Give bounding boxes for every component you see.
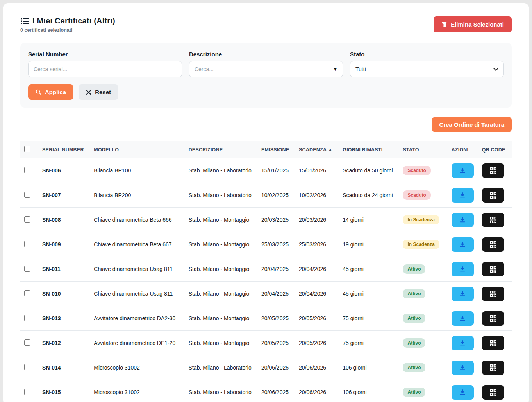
model-cell: Chiave dinamometrica Beta 667 <box>90 232 184 257</box>
download-icon <box>459 266 466 272</box>
serial-filter-field: Serial Number <box>28 51 182 77</box>
apply-filter-button[interactable]: Applica <box>28 84 73 100</box>
serial-cell: SN-007 <box>38 183 90 208</box>
emission-date-cell: 20/03/2025 <box>257 208 295 232</box>
page-title: I Miei Certificati (Altri) <box>32 16 115 25</box>
table-row: SN-013Avvitatore dinamometrico DA2-30Sta… <box>20 306 512 331</box>
model-cell: Microscopio 31002 <box>90 355 184 380</box>
column-header[interactable]: QR CODE <box>478 141 512 158</box>
row-checkbox[interactable] <box>24 290 30 296</box>
column-header[interactable]: MODELLO <box>90 141 184 158</box>
serial-cell: SN-014 <box>38 355 90 380</box>
status-badge: Attivo <box>403 314 425 323</box>
download-icon <box>459 291 466 297</box>
qr-code-icon <box>490 192 496 199</box>
download-button[interactable] <box>452 385 474 400</box>
reset-filter-label: Reset <box>95 89 111 95</box>
description-dropdown-placeholder: Cerca... <box>195 66 214 72</box>
download-button[interactable] <box>452 237 474 252</box>
row-checkbox[interactable] <box>24 339 30 346</box>
download-button[interactable] <box>452 287 474 301</box>
expiry-date-cell: 15/01/2026 <box>295 158 339 183</box>
qr-code-button[interactable] <box>482 213 504 227</box>
expiry-date-cell: 20/06/2026 <box>295 380 339 402</box>
delete-selected-button[interactable]: Elimina Selezionati <box>434 16 512 32</box>
column-header[interactable]: SERIAL NUMBER <box>38 141 90 158</box>
table-row: SN-010Chiave dinamometrica Usag 811Stab.… <box>20 282 512 306</box>
column-header[interactable]: GIORNI RIMASTI <box>339 141 399 158</box>
select-all-checkbox[interactable] <box>24 146 30 152</box>
serial-cell: SN-015 <box>38 380 90 402</box>
row-checkbox[interactable] <box>24 364 30 370</box>
serial-cell: SN-009 <box>38 232 90 257</box>
table-row: SN-015Microscopio 31002Stab. Milano - La… <box>20 380 512 402</box>
serial-search-input[interactable] <box>28 61 182 77</box>
download-button[interactable] <box>452 213 474 227</box>
download-button[interactable] <box>452 163 474 178</box>
table-row: SN-006Bilancia BP100Stab. Milano - Labor… <box>20 158 512 183</box>
download-icon <box>459 364 466 371</box>
qr-code-button[interactable] <box>482 188 504 203</box>
row-checkbox[interactable] <box>24 216 30 223</box>
row-checkbox[interactable] <box>24 389 30 395</box>
create-calibration-order-label: Crea Ordine di Taratura <box>439 121 504 128</box>
column-header[interactable]: DESCRIZIONE <box>185 141 257 158</box>
qr-code-icon <box>490 241 496 248</box>
description-cell: Stab. Milano - Laboratorio <box>185 380 257 402</box>
certificates-table: SERIAL NUMBERMODELLODESCRIZIONEEMISSIONE… <box>20 141 512 402</box>
description-cell: Stab. Milano - Laboratorio <box>185 355 257 380</box>
expiry-date-cell: 20/05/2026 <box>295 331 339 355</box>
serial-cell: SN-013 <box>38 306 90 331</box>
qr-code-button[interactable] <box>482 311 504 326</box>
row-checkbox[interactable] <box>24 167 30 173</box>
emission-date-cell: 25/03/2025 <box>257 232 295 257</box>
status-badge: Attivo <box>403 363 425 372</box>
expiry-date-cell: 20/04/2026 <box>295 282 339 306</box>
reset-filter-button[interactable]: Reset <box>79 84 118 100</box>
download-button[interactable] <box>452 262 474 276</box>
days-remaining-cell: 75 giorni <box>339 306 399 331</box>
column-header[interactable]: EMISSIONE <box>257 141 295 158</box>
qr-code-button[interactable] <box>482 262 504 276</box>
table-body: SN-006Bilancia BP100Stab. Milano - Labor… <box>20 158 512 402</box>
row-checkbox[interactable] <box>24 192 30 198</box>
table-row: SN-007Bilancia BP200Stab. Milano - Labor… <box>20 183 512 208</box>
page-header: I Miei Certificati (Altri) 0 certificati… <box>20 16 512 33</box>
qr-code-button[interactable] <box>482 163 504 178</box>
column-header[interactable]: SCADENZA ▲ <box>295 141 339 158</box>
status-badge: Scaduto <box>403 166 430 175</box>
status-select-value: Tutti <box>355 66 366 72</box>
column-header[interactable]: AZIONI <box>448 141 478 158</box>
expiry-date-cell: 20/05/2026 <box>295 306 339 331</box>
model-cell: Chiave dinamometrica Usag 811 <box>90 257 184 282</box>
status-select[interactable]: Tutti <box>350 61 504 77</box>
model-cell: Avvitatore dinamometrico DA2-30 <box>90 306 184 331</box>
days-remaining-cell: 19 giorni <box>339 232 399 257</box>
description-dropdown[interactable]: Cerca... ▼ <box>189 61 343 77</box>
qr-code-button[interactable] <box>482 336 504 350</box>
description-cell: Stab. Milano - Montaggio <box>185 306 257 331</box>
qr-code-button[interactable] <box>482 237 504 252</box>
qr-code-icon <box>490 315 496 322</box>
emission-date-cell: 20/06/2025 <box>257 355 295 380</box>
row-checkbox[interactable] <box>24 241 30 247</box>
column-header[interactable]: STATO <box>399 141 447 158</box>
qr-code-button[interactable] <box>482 361 504 375</box>
qr-code-button[interactable] <box>482 385 504 400</box>
row-checkbox[interactable] <box>24 266 30 272</box>
expiry-date-cell: 20/04/2026 <box>295 257 339 282</box>
qr-code-button[interactable] <box>482 287 504 301</box>
qr-code-icon <box>490 167 496 174</box>
title-block: I Miei Certificati (Altri) 0 certificati… <box>20 16 115 33</box>
download-button[interactable] <box>452 311 474 326</box>
create-calibration-order-button[interactable]: Crea Ordine di Taratura <box>432 117 512 132</box>
download-button[interactable] <box>452 188 474 203</box>
download-button[interactable] <box>452 336 474 350</box>
download-button[interactable] <box>452 361 474 375</box>
emission-date-cell: 20/06/2025 <box>257 380 295 402</box>
days-remaining-cell: 106 giorni <box>339 380 399 402</box>
description-filter-label: Descrizione <box>189 51 343 57</box>
list-icon <box>20 17 29 25</box>
table-row: SN-012Avvitatore dinamometrico DE1-20Sta… <box>20 331 512 355</box>
row-checkbox[interactable] <box>24 315 30 321</box>
